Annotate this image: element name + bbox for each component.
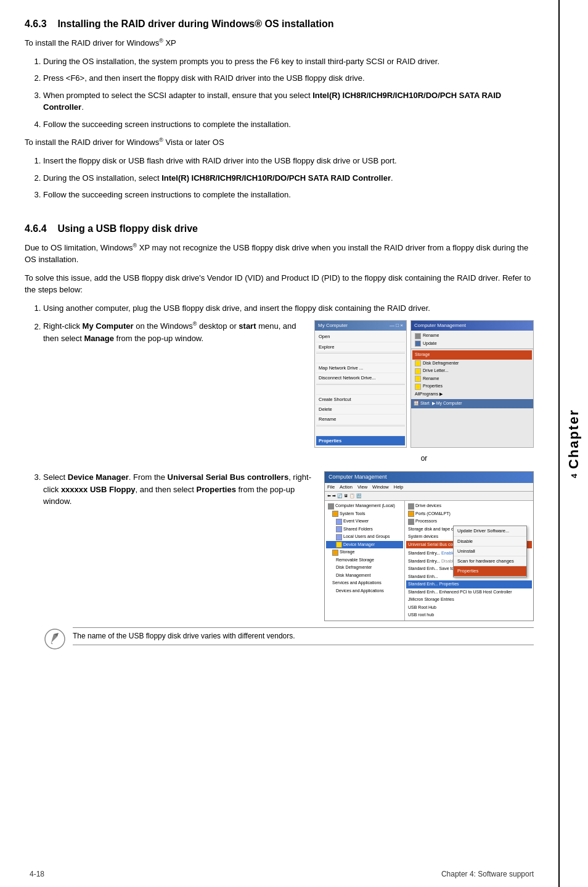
- step-464-2: Right-click My Computer on the Windows® …: [43, 320, 534, 465]
- step-vista-2: During the OS installation, select Intel…: [43, 172, 534, 184]
- note-icon: [43, 627, 67, 651]
- section-463: 4.6.3 Installing the RAID driver during …: [25, 19, 534, 201]
- step-vista-1: Insert the floppy disk or USB flash driv…: [43, 155, 534, 167]
- properties-popup: Update Driver Software... Disable Uninst…: [453, 526, 527, 577]
- step-vista-3: Follow the succeeding screen instruction…: [43, 189, 534, 201]
- step-464-1: Using another computer, plug the USB flo…: [43, 302, 534, 315]
- right-panel-screenshot: Computer Management Rename Update Storag…: [410, 320, 534, 448]
- intro-vista: To install the RAID driver for Windows® …: [25, 136, 534, 149]
- sidebar-chapter-label: Chapter: [566, 409, 582, 469]
- svg-line-1: [51, 643, 52, 644]
- steps-xp-list: During the OS installation, the system p…: [43, 56, 534, 131]
- chapter-sidebar: Chapter 4: [558, 0, 588, 887]
- comp-mgmt-screenshot: Computer Management File Action View Win…: [324, 471, 534, 621]
- step-2-with-images: Right-click My Computer on the Windows® …: [43, 320, 534, 465]
- step-3-container: Select Device Manager. From the Universa…: [43, 471, 534, 621]
- step-2-images: My Computer — □ × Open Explore Map Netwo…: [314, 320, 534, 465]
- para-464-1: Due to OS limitation, Windows® XP may no…: [25, 242, 534, 266]
- intro-xp: To install the RAID driver for Windows® …: [25, 37, 534, 49]
- footer-right: Chapter 4: Software support: [441, 870, 534, 878]
- pencil-icon: [44, 628, 66, 650]
- page-footer: 4-18 Chapter 4: Software support: [0, 870, 558, 878]
- my-computer-label: My Computer: [83, 322, 134, 331]
- step-2-text: Right-click My Computer on the Windows® …: [43, 320, 304, 344]
- step-xp-1: During the OS installation, the system p…: [43, 56, 534, 68]
- para-464-2: To solve this issue, add the USB floppy …: [25, 272, 534, 296]
- images-row: My Computer — □ × Open Explore Map Netwo…: [314, 320, 534, 448]
- step-464-3: Select Device Manager. From the Universa…: [43, 471, 534, 651]
- step-xp-4: Follow the succeeding screen instruction…: [43, 118, 534, 131]
- step-xp-2: Press <F6>, and then insert the floppy d…: [43, 72, 534, 85]
- steps-464-list: Using another computer, plug the USB flo…: [43, 302, 534, 651]
- note-text-content: The name of the USB floppy disk drive va…: [73, 627, 534, 645]
- or-divider: or: [421, 453, 428, 464]
- manage-label: Manage: [84, 334, 114, 343]
- step-xp-3: When prompted to select the SCSI adapter…: [43, 89, 534, 113]
- steps-vista-list: Insert the floppy disk or USB flash driv…: [43, 155, 534, 201]
- footer-left: 4-18: [30, 870, 44, 878]
- start-label: start: [239, 322, 256, 331]
- section-463-heading: 4.6.3 Installing the RAID driver during …: [25, 19, 534, 30]
- step-3-text: Select Device Manager. From the Universa…: [43, 471, 317, 508]
- section-464: 4.6.4 Using a USB floppy disk drive Due …: [25, 223, 534, 651]
- section-464-heading: 4.6.4 Using a USB floppy disk drive: [25, 223, 534, 234]
- note-box: The name of the USB floppy disk drive va…: [43, 627, 534, 651]
- context-menu-screenshot: My Computer — □ × Open Explore Map Netwo…: [314, 320, 407, 448]
- sidebar-chapter-number: 4: [570, 474, 579, 478]
